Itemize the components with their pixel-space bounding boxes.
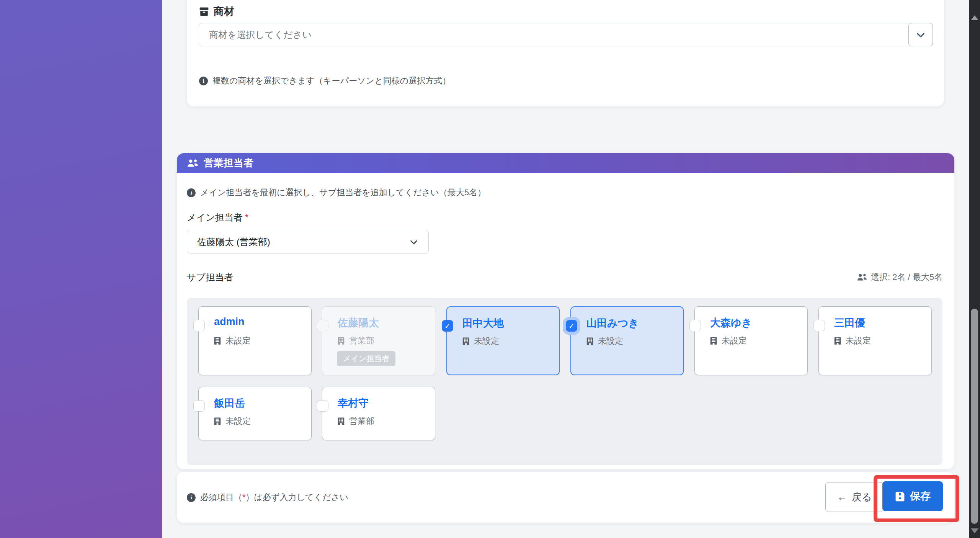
info-icon: i — [199, 77, 208, 85]
building-icon — [213, 417, 222, 425]
sales-hint: i メイン担当者を最初に選択し、サブ担当者を追加してください（最大5名） — [187, 187, 486, 198]
sub-person-row: サブ担当者 選択: 2名 / 最大5名 — [187, 271, 942, 283]
scroll-down-arrow-icon[interactable] — [971, 528, 978, 533]
member-card-iida[interactable]: 飯田岳 未設定 — [198, 387, 312, 440]
product-select-placeholder: 商材を選択してください — [199, 29, 312, 41]
page-content: 商材 商材を選択してください i 複数の商材を選択できます（キーパーソンと同様の… — [162, 0, 969, 538]
users-icon — [187, 159, 198, 167]
annotation-highlight-box — [874, 475, 959, 522]
main-person-selected-value: 佐藤陽太 (営業部) — [197, 236, 270, 248]
member-checkbox[interactable] — [689, 320, 701, 331]
member-checkbox[interactable] — [193, 400, 205, 412]
member-checkbox-checked[interactable]: ✓ — [442, 320, 453, 332]
member-checkbox[interactable] — [193, 320, 205, 331]
building-icon — [709, 337, 718, 345]
member-card-mita[interactable]: 三田優 未設定 — [818, 306, 932, 375]
building-icon — [462, 337, 470, 345]
member-card-admin[interactable]: admin 未設定 — [198, 306, 312, 375]
form-footer-card: i 必須項目（*）は必ず入力してください ← 戻る 保存 — [177, 472, 954, 523]
product-select-toggle-button[interactable] — [908, 23, 933, 46]
member-card-yamada[interactable]: ✓ 山田みつき 未設定 — [570, 306, 684, 375]
member-card-sato-main[interactable]: 佐藤陽太 営業部 メイン担当者 — [322, 306, 435, 375]
sub-person-label: サブ担当者 — [187, 271, 233, 283]
box-icon — [199, 7, 209, 16]
building-icon — [833, 337, 842, 345]
member-checkbox[interactable] — [813, 320, 825, 331]
vertical-scrollbar[interactable] — [969, 0, 980, 538]
product-hint: i 複数の商材を選択できます（キーパーソンと同様の選択方式） — [199, 75, 451, 87]
required-asterisk: * — [242, 492, 246, 502]
scrollbar-thumb[interactable] — [971, 309, 978, 524]
selection-counter: 選択: 2名 / 最大5名 — [857, 271, 942, 283]
member-card-yukimura[interactable]: 幸村守 営業部 — [322, 387, 435, 440]
sales-section-header: 営業担当者 — [177, 153, 954, 173]
product-section-title: 商材 — [199, 5, 234, 18]
main-person-label: メイン担当者* — [187, 211, 248, 224]
main-person-select[interactable]: 佐藤陽太 (営業部) — [187, 230, 429, 254]
required-hint: i 必須項目（*）は必ず入力してください — [187, 492, 348, 503]
building-icon — [213, 337, 222, 345]
member-checkbox[interactable] — [317, 320, 328, 331]
building-icon — [586, 337, 594, 345]
users-icon — [857, 273, 867, 281]
sub-person-grid: admin 未設定 佐藤陽太 営業部 メイン担当者 ✓ — [187, 298, 942, 465]
member-card-omori[interactable]: 大森ゆき 未設定 — [694, 306, 808, 375]
screen: 商材 商材を選択してください i 複数の商材を選択できます（キーパーソンと同様の… — [0, 0, 980, 538]
product-select[interactable]: 商材を選択してください — [199, 23, 933, 46]
scroll-up-arrow-icon[interactable] — [971, 15, 978, 20]
chevron-down-icon — [916, 30, 926, 40]
member-checkbox[interactable] — [317, 400, 328, 412]
info-icon: i — [187, 188, 196, 197]
purple-side-panel — [0, 0, 162, 538]
member-card-tanaka[interactable]: ✓ 田中大地 未設定 — [446, 306, 560, 375]
sales-section-card: 営業担当者 i メイン担当者を最初に選択し、サブ担当者を追加してください（最大5… — [177, 153, 954, 469]
back-arrow-icon: ← — [837, 491, 847, 503]
chevron-down-icon — [409, 237, 418, 247]
main-person-badge: メイン担当者 — [337, 351, 395, 366]
member-checkbox-checked-focused[interactable]: ✓ — [566, 320, 577, 332]
building-icon — [337, 417, 345, 425]
building-icon — [337, 337, 345, 345]
info-icon: i — [187, 493, 196, 502]
product-section-card: 商材 商材を選択してください i 複数の商材を選択できます（キーパーソンと同様の… — [187, 0, 944, 106]
required-asterisk: * — [245, 212, 248, 222]
